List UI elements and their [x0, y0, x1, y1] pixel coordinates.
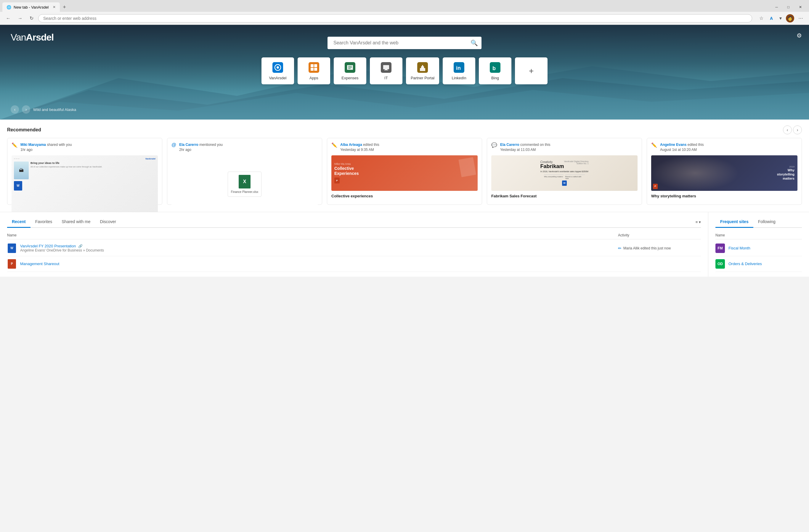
quick-link-add-btn[interactable]: +: [515, 57, 548, 84]
quick-link-expenses[interactable]: Expenses: [334, 57, 366, 84]
hero-search-input[interactable]: [327, 37, 482, 49]
site-name-fiscal-month[interactable]: Fiscal Month: [728, 246, 751, 250]
recommended-title: Recommended: [7, 127, 41, 132]
hero-search-btn[interactable]: 🔍: [470, 39, 478, 47]
rec-card-action4: commented on this: [520, 143, 550, 147]
file-item-management-shareout[interactable]: P Management Shareout: [7, 256, 701, 272]
tab-frequent-sites[interactable]: Frequent sites: [716, 217, 753, 228]
files-section: Recent Favorites Shared with me Discover…: [0, 212, 708, 277]
tab-close-btn[interactable]: ✕: [53, 5, 56, 9]
back-btn[interactable]: ←: [3, 15, 13, 22]
hero-settings-btn[interactable]: ⚙: [796, 32, 802, 39]
recommended-header: Recommended ‹ ›: [0, 120, 809, 138]
svg-point-5: [277, 66, 279, 69]
recommended-prev-btn[interactable]: ‹: [783, 125, 792, 134]
quick-link-bing[interactable]: b Bing: [479, 57, 511, 84]
rec-card-storytelling-header: ✏️ Angeline Evans edited this August 1st…: [651, 142, 797, 153]
tab-title: New tab - VanArsdel: [14, 5, 49, 10]
quick-links-container: VanArsdel Apps: [261, 57, 548, 84]
file-management-shareout-name[interactable]: Management Shareout: [20, 262, 615, 266]
maximize-btn[interactable]: □: [782, 2, 794, 12]
settings-menu-btn[interactable]: ⋯: [796, 14, 806, 22]
svg-text:b: b: [493, 65, 496, 71]
quick-link-bing-label: Bing: [491, 76, 499, 80]
quick-link-apps[interactable]: Apps: [298, 57, 330, 84]
tab-shared-with-me[interactable]: Shared with me: [57, 217, 95, 228]
hero-prev-btn[interactable]: ‹: [11, 105, 19, 113]
rec-card-bring-ideas-meta: Miki Maruyama shared with you 1hr ago: [20, 142, 72, 153]
svg-rect-10: [314, 68, 317, 71]
svg-rect-17: [383, 65, 389, 69]
sites-tabs: Frequent sites Following: [716, 217, 802, 228]
hero-search-container: 🔍: [327, 37, 482, 49]
quick-link-partner-portal[interactable]: Partner Portal: [406, 57, 439, 84]
file-item-vanarsdel-fy2020[interactable]: W VanArsdel FY 2020 Presentation 🔗 Angel…: [7, 241, 701, 256]
close-btn[interactable]: ✕: [794, 2, 807, 12]
rec-card-finance-header: @ Ela Carerro mentioned you 2hr ago: [171, 142, 318, 153]
quick-link-partner-portal-label: Partner Portal: [411, 76, 434, 80]
hero-logo: VanArsdel: [11, 32, 54, 43]
rec-card-time4: Yesterday at 11:03 AM: [500, 148, 536, 152]
hero-next-btn[interactable]: ›: [22, 105, 30, 113]
activity-edit-icon: ✏: [618, 246, 622, 251]
rec-card-bring-ideas[interactable]: ✏️ Miki Maruyama shared with you 1hr ago…: [7, 138, 162, 205]
rec-card-fabrikam-preview: Creativity. Fabrikam VanArsdel Digital D…: [491, 155, 638, 191]
rec-card-bring-ideas-header: ✏️ Miki Maruyama shared with you 1hr ago: [12, 142, 158, 153]
rec-card-fabrikam-header: 💬 Ela Carerro commented on this Yesterda…: [491, 142, 638, 153]
rec-card-fabrikam-meta: Ela Carerro commented on this Yesterday …: [500, 142, 550, 153]
quick-link-apps-label: Apps: [309, 76, 318, 80]
rec-card-time5: August 1st at 10:20 AM: [660, 148, 697, 152]
ppt-icon-storytelling: P: [653, 184, 658, 189]
share-icon: 🔗: [78, 244, 83, 248]
tab-discover[interactable]: Discover: [96, 217, 121, 228]
quick-link-vanarsdel-icon: [272, 61, 284, 73]
rec-card-collective-header: ✏️ Alba Arteaga edited this Yesterday at…: [331, 142, 478, 153]
rec-card-action3: edited this: [363, 143, 379, 147]
rec-card-actor5: Angeline Evans: [660, 143, 686, 147]
ppt-icon: P: [334, 178, 340, 183]
bottom-section: Recent Favorites Shared with me Discover…: [0, 212, 809, 277]
address-input[interactable]: [38, 14, 752, 22]
site-item-fiscal-month[interactable]: FM Fiscal Month: [716, 241, 802, 256]
file-vanarsdel-fy2020-name[interactable]: VanArsdel FY 2020 Presentation 🔗: [20, 244, 615, 248]
svg-text:in: in: [456, 65, 461, 71]
avatar[interactable]: 👩: [786, 14, 794, 22]
extensions-btn[interactable]: A: [768, 15, 775, 22]
forward-btn[interactable]: →: [15, 15, 25, 22]
tab-following[interactable]: Following: [753, 217, 780, 228]
recommended-next-btn[interactable]: ›: [793, 125, 802, 134]
new-tab-btn[interactable]: +: [60, 4, 69, 10]
sites-list-header: Name: [716, 231, 802, 240]
quick-link-bing-icon: b: [489, 61, 501, 73]
refresh-btn[interactable]: ↻: [27, 14, 36, 22]
rec-card-storytelling[interactable]: ✏️ Angeline Evans edited this August 1st…: [647, 138, 802, 205]
file-vanarsdel-fy2020-location: Angeline Evans' OneDrive for Business » …: [20, 248, 615, 252]
rec-card-bring-ideas-preview: ─ ─ ─ VanArsdel 🏔 Bring your ideas to li…: [12, 155, 158, 212]
rec-card-finance-planner[interactable]: @ Ela Carerro mentioned you 2hr ago X Fi…: [167, 138, 322, 205]
rec-card-fabrikam-title: Fabrikam Sales Forecast: [491, 194, 638, 198]
address-bar: ← → ↻ ☆ A ▾ 👩 ⋯: [0, 12, 809, 25]
filter-btn[interactable]: ≡ ▾: [695, 220, 701, 224]
rec-card-collective[interactable]: ✏️ Alba Arteaga edited this Yesterday at…: [327, 138, 482, 205]
rec-card-collective-preview: Mike Ma Area CollectiveExperiences P: [331, 155, 478, 191]
rec-card-fabrikam[interactable]: 💬 Ela Carerro commented on this Yesterda…: [487, 138, 642, 205]
favorites-icon[interactable]: ☆: [757, 14, 766, 22]
rec-card-mention-icon: @: [171, 142, 176, 148]
rec-card-time3: Yesterday at 9:35 AM: [340, 148, 374, 152]
quick-link-vanarsdel[interactable]: VanArsdel: [261, 57, 294, 84]
recommended-cards: ✏️ Miki Maruyama shared with you 1hr ago…: [0, 138, 809, 212]
quick-link-it[interactable]: IT: [370, 57, 402, 84]
toolbar-icons: ☆ A ▾ 👩 ⋯: [757, 14, 806, 22]
quick-link-linkedin[interactable]: in LinkedIn: [443, 57, 475, 84]
sites-col-name-header: Name: [716, 233, 725, 237]
minimize-btn[interactable]: ─: [771, 2, 782, 12]
tab-favorites[interactable]: Favorites: [31, 217, 57, 228]
active-tab[interactable]: 🌐 New tab - VanArsdel ✕: [2, 2, 60, 12]
rec-card-edit-icon2: ✏️: [331, 142, 337, 148]
hero-caption: Wild and beautiful Alaska: [33, 107, 76, 112]
profile-dropdown[interactable]: ▾: [777, 14, 784, 22]
file-col-name-header: Name: [7, 233, 618, 237]
site-name-orders-deliveries[interactable]: Orders & Deliveries: [728, 262, 762, 266]
site-item-orders-deliveries[interactable]: OD Orders & Deliveries: [716, 256, 802, 272]
tab-recent[interactable]: Recent: [7, 217, 31, 228]
